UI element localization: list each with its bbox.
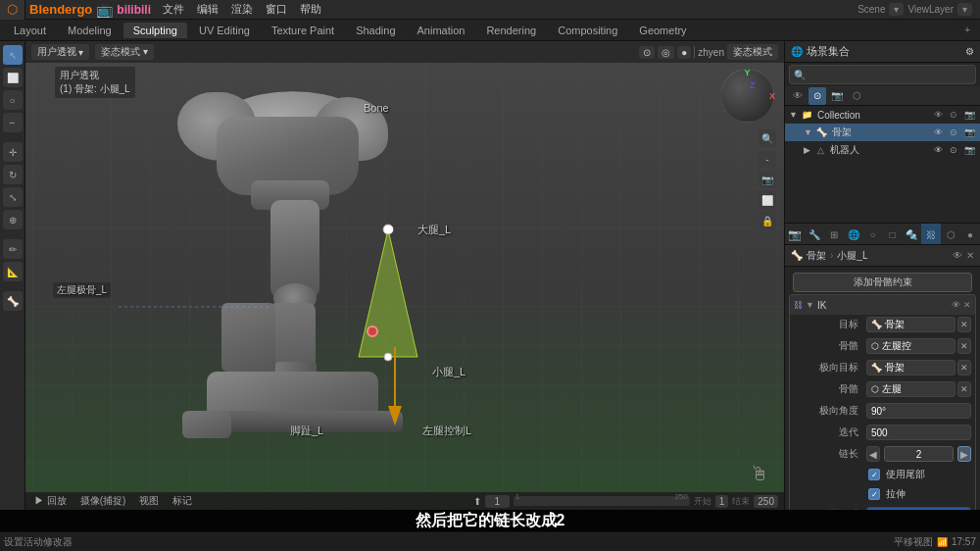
robot-restrict[interactable]: ⊙ (947, 143, 960, 157)
iterations-value[interactable]: 500 (866, 425, 971, 440)
menu-help[interactable]: 帮助 (294, 1, 327, 18)
prop-tab-render[interactable]: 📷 (785, 224, 805, 245)
view-btn[interactable]: 视图 (136, 494, 162, 508)
frame-start-val[interactable]: 1 (715, 495, 729, 508)
xray-toggle[interactable]: ◎ (658, 46, 674, 59)
scene-select-btn[interactable]: 姿态模式 (727, 44, 778, 60)
tool-cursor[interactable]: ↖ (3, 45, 23, 65)
viewport-3d[interactable]: 用户透视 ▾ 姿态模式 ▾ ⊙ ◎ ● zhyen (25, 41, 784, 510)
armature-expand[interactable]: ▼ (804, 127, 812, 137)
timeline-scrub-area[interactable]: 1 250 (514, 496, 690, 506)
marker-btn[interactable]: 标记 (170, 494, 195, 508)
tab-animation[interactable]: Animation (408, 23, 475, 38)
tab-sculpting[interactable]: Sculpting (123, 23, 187, 38)
prop-tab-data[interactable]: ⬡ (941, 224, 960, 245)
prop-tab-scene[interactable]: 🌐 (844, 224, 863, 245)
menu-render[interactable]: 渲染 (225, 1, 259, 18)
zoom-in-btn[interactable]: 🔍 (759, 129, 776, 147)
tab-geometry[interactable]: Geometry (629, 23, 696, 38)
tab-texture-paint[interactable]: Texture Paint (262, 23, 344, 38)
stretch-checkbox[interactable]: ✓ (868, 488, 880, 500)
armature-restrict[interactable]: ⊙ (947, 125, 960, 139)
camera-btn[interactable]: 摄像(捕捉) (77, 494, 129, 508)
tool-select-box[interactable]: ⬜ (3, 68, 23, 87)
chain-length-increment[interactable]: ▶ (957, 446, 971, 462)
bone-vis-icon[interactable]: 👁 (953, 250, 962, 261)
ik-vis-btn[interactable]: 👁 (952, 300, 960, 310)
armature-vis[interactable]: 👁 (931, 125, 945, 139)
pole-target-value[interactable]: 🦴 骨架 (866, 360, 956, 376)
prop-tab-output[interactable]: 🔧 (805, 224, 824, 245)
bone-field-value[interactable]: ⬡ 左腿控 (866, 338, 956, 354)
frame-end-val[interactable]: 250 (754, 495, 778, 508)
gizmo-sphere[interactable]: X Y Z (720, 69, 774, 123)
ik-panel-header[interactable]: ⛓ ▼ IK 👁 ✕ (790, 295, 975, 315)
tab-add-btn[interactable]: + (958, 25, 976, 35)
filter-icon[interactable]: ⚙ (965, 46, 974, 57)
pole-angle-value[interactable]: 90° (866, 403, 971, 419)
tab-uv-editing[interactable]: UV Editing (189, 23, 260, 38)
chain-length-value[interactable]: 2 (884, 446, 954, 462)
tool-select-circle[interactable]: ○ (3, 90, 23, 110)
chain-length-decrement[interactable]: ◀ (866, 446, 880, 462)
tool-select-lasso[interactable]: ⌢ (3, 113, 23, 132)
bone-field-clear-btn[interactable]: ✕ (957, 338, 971, 354)
camera-view-btn[interactable]: 📷 (759, 171, 776, 188)
outliner-icon-view[interactable]: 👁 (789, 87, 807, 105)
add-constraint-btn[interactable]: 添加骨骼约束 (793, 273, 972, 292)
prop-tab-material[interactable]: ● (960, 224, 980, 245)
outliner-icon-viewport[interactable]: ⬡ (848, 87, 865, 105)
prop-tab-world[interactable]: ○ (863, 224, 883, 245)
lock-view-btn[interactable]: 🔒 (759, 212, 776, 229)
tool-pose[interactable]: 🦴 (3, 291, 23, 311)
pole-bone-clear-btn[interactable]: ✕ (957, 381, 971, 397)
tool-annotate[interactable]: ✏ (3, 239, 23, 259)
collection-expand[interactable]: ▼ (789, 110, 798, 120)
tab-shading[interactable]: Shading (346, 23, 405, 38)
tab-rendering[interactable]: Rendering (476, 23, 546, 38)
pole-bone-value[interactable]: ⬡ 左腿 (866, 381, 956, 397)
bone-settings-icon[interactable]: ✕ (966, 250, 974, 261)
collection-vis[interactable]: 👁 (931, 108, 945, 122)
tab-layout[interactable]: Layout (4, 23, 56, 38)
pole-target-clear-btn[interactable]: ✕ (957, 360, 971, 376)
robot-render[interactable]: 📷 (962, 143, 976, 157)
search-input[interactable] (808, 70, 971, 80)
tab-modeling[interactable]: Modeling (58, 23, 122, 38)
use-tail-checkbox[interactable]: ✓ (868, 469, 880, 480)
menu-window[interactable]: 窗口 (260, 1, 293, 18)
navigation-gizmo[interactable]: X Y Z (720, 69, 774, 123)
tool-transform[interactable]: ⊕ (3, 210, 23, 229)
tool-measure[interactable]: 📐 (3, 262, 23, 281)
prop-tab-object[interactable]: □ (883, 224, 903, 245)
playback-btn[interactable]: ▶ 回放 (31, 494, 70, 508)
target-clear-btn[interactable]: ✕ (957, 317, 971, 332)
robot-vis[interactable]: 👁 (931, 143, 945, 157)
outliner-item-robot[interactable]: ▶ △ 机器人 👁 ⊙ 📷 (785, 141, 980, 159)
view-layer-select[interactable]: ▾ (957, 3, 972, 16)
collection-render[interactable]: 📷 (962, 108, 976, 122)
prop-tab-view-layer[interactable]: ⊞ (824, 224, 844, 245)
prop-tab-constraints[interactable]: ⛓ (921, 224, 941, 245)
armature-render[interactable]: 📷 (962, 125, 976, 139)
outliner-icon-render[interactable]: 📷 (828, 87, 846, 105)
robot-expand[interactable]: ▶ (804, 145, 810, 155)
menu-file[interactable]: 文件 (157, 1, 190, 18)
target-value[interactable]: 🦴 骨架 (866, 317, 956, 332)
prop-tab-modifier[interactable]: 🔩 (902, 224, 921, 245)
tool-scale[interactable]: ⤡ (3, 187, 23, 207)
outliner-item-collection[interactable]: ▼ 📁 Collection 👁 ⊙ 📷 (785, 106, 980, 124)
viewport-mode-menu[interactable]: 姿态模式 ▾ (95, 44, 154, 60)
tool-move[interactable]: ✛ (3, 142, 23, 162)
frame-up-down[interactable]: ⬆ (473, 496, 481, 507)
render-mode-btn[interactable]: ● (677, 46, 691, 59)
ik-close-btn[interactable]: ✕ (963, 300, 971, 310)
tool-rotate[interactable]: ↻ (3, 165, 23, 184)
front-view-btn[interactable]: ⬜ (759, 191, 776, 209)
overlay-toggle[interactable]: ⊙ (639, 46, 655, 59)
viewport-view-menu[interactable]: 用户透视 ▾ (31, 44, 89, 60)
blender-icon[interactable]: ⬡ (0, 0, 25, 20)
menu-edit[interactable]: 编辑 (191, 1, 224, 18)
outliner-item-armature[interactable]: ▼ 🦴 骨架 👁 ⊙ 📷 (785, 124, 980, 141)
scene-select[interactable]: ▾ (889, 3, 904, 16)
